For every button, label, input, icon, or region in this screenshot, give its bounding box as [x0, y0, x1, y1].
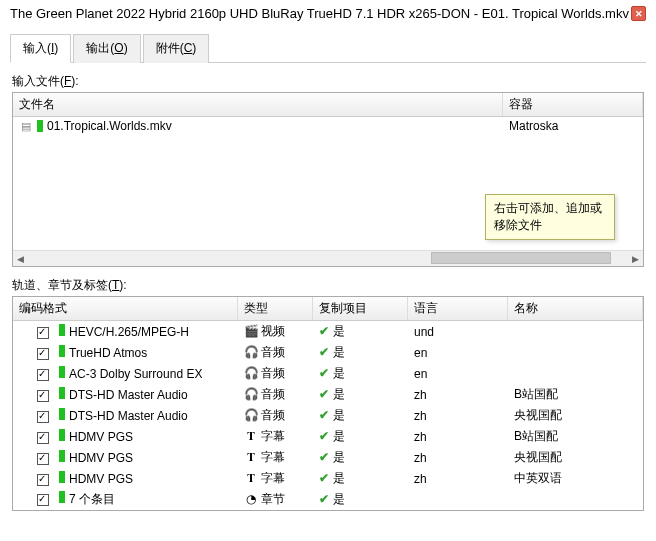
checkmark-icon: ✔: [319, 324, 329, 338]
track-copy: 是: [333, 492, 345, 506]
scroll-right-icon[interactable]: ▶: [628, 254, 643, 264]
h-scrollbar[interactable]: ◀ ▶: [13, 250, 643, 266]
track-type: 字幕: [261, 429, 285, 443]
track-codec: AC-3 Dolby Surround EX: [69, 367, 202, 381]
color-chip: [59, 450, 65, 462]
track-codec: HDMV PGS: [69, 472, 133, 486]
track-type: 音频: [261, 387, 285, 401]
track-lang: und: [414, 325, 434, 339]
color-chip: [59, 408, 65, 420]
track-lang: zh: [414, 409, 427, 423]
track-type: 章节: [261, 492, 285, 506]
tracks-label: 轨道、章节及标签(T):: [12, 277, 644, 294]
tab-input[interactable]: 输入(I): [10, 34, 71, 63]
track-row[interactable]: HDMV PGS𝐓字幕✔是zh央视国配: [13, 447, 643, 468]
col-name[interactable]: 名称: [508, 297, 643, 320]
checkmark-icon: ✔: [319, 429, 329, 443]
color-chip: [59, 324, 65, 336]
color-chip: [59, 387, 65, 399]
checkmark-icon: ✔: [319, 366, 329, 380]
track-codec: TrueHD Atmos: [69, 346, 147, 360]
track-type: 视频: [261, 324, 285, 338]
subtitle-icon: 𝐓: [244, 450, 258, 464]
input-files-label: 输入文件(F):: [12, 73, 644, 90]
track-copy: 是: [333, 324, 345, 338]
track-row[interactable]: HDMV PGS𝐓字幕✔是zhB站国配: [13, 426, 643, 447]
track-lang: en: [414, 367, 427, 381]
col-container[interactable]: 容器: [503, 93, 643, 116]
track-checkbox[interactable]: [37, 411, 49, 423]
track-copy: 是: [333, 387, 345, 401]
track-row[interactable]: HEVC/H.265/MPEG-H🎬视频✔是und: [13, 321, 643, 342]
file-container: Matroska: [509, 119, 637, 133]
titlebar: The Green Planet 2022 Hybrid 2160p UHD B…: [0, 0, 656, 25]
track-codec: 7 个条目: [69, 492, 115, 506]
audio-icon: 🎧: [244, 345, 258, 359]
close-icon[interactable]: ✕: [631, 6, 646, 21]
track-type: 音频: [261, 408, 285, 422]
track-type: 音频: [261, 366, 285, 380]
checkmark-icon: ✔: [319, 492, 329, 506]
audio-icon: 🎧: [244, 408, 258, 422]
track-copy: 是: [333, 450, 345, 464]
checkmark-icon: ✔: [319, 471, 329, 485]
col-codec[interactable]: 编码格式: [13, 297, 238, 320]
checkmark-icon: ✔: [319, 450, 329, 464]
color-chip: [59, 429, 65, 441]
track-checkbox[interactable]: [37, 474, 49, 486]
track-row[interactable]: DTS-HD Master Audio🎧音频✔是zhB站国配: [13, 384, 643, 405]
track-copy: 是: [333, 471, 345, 485]
col-lang[interactable]: 语言: [408, 297, 508, 320]
track-copy: 是: [333, 366, 345, 380]
track-codec: HDMV PGS: [69, 430, 133, 444]
track-type: 音频: [261, 345, 285, 359]
file-grid-header: 文件名 容器: [13, 93, 643, 117]
track-name: B站国配: [514, 429, 558, 443]
track-copy: 是: [333, 429, 345, 443]
col-type[interactable]: 类型: [238, 297, 313, 320]
track-checkbox[interactable]: [37, 369, 49, 381]
track-grid-header: 编码格式 类型 复制项目 语言 名称: [13, 297, 643, 321]
tracks-grid[interactable]: 编码格式 类型 复制项目 语言 名称 HEVC/H.265/MPEG-H🎬视频✔…: [12, 296, 644, 511]
track-checkbox[interactable]: [37, 494, 49, 506]
track-row[interactable]: 7 个条目◔章节✔是: [13, 489, 643, 510]
scroll-left-icon[interactable]: ◀: [13, 254, 28, 264]
checkmark-icon: ✔: [319, 387, 329, 401]
track-checkbox[interactable]: [37, 348, 49, 360]
audio-icon: 🎧: [244, 387, 258, 401]
subtitle-icon: 𝐓: [244, 429, 258, 443]
context-tooltip: 右击可添加、追加或移除文件: [485, 194, 615, 240]
track-codec: DTS-HD Master Audio: [69, 409, 188, 423]
track-name: 中英双语: [514, 471, 562, 485]
color-chip: [59, 366, 65, 378]
col-copy[interactable]: 复制项目: [313, 297, 408, 320]
track-checkbox[interactable]: [37, 390, 49, 402]
track-name: 央视国配: [514, 408, 562, 422]
track-lang: zh: [414, 388, 427, 402]
checkmark-icon: ✔: [319, 345, 329, 359]
color-chip: [59, 471, 65, 483]
col-filename[interactable]: 文件名: [13, 93, 503, 116]
subtitle-icon: 𝐓: [244, 471, 258, 485]
color-chip: [59, 491, 65, 503]
track-codec: HDMV PGS: [69, 451, 133, 465]
track-row[interactable]: HDMV PGS𝐓字幕✔是zh中英双语: [13, 468, 643, 489]
track-type: 字幕: [261, 450, 285, 464]
color-chip: [37, 120, 43, 132]
track-lang: en: [414, 346, 427, 360]
track-row[interactable]: TrueHD Atmos🎧音频✔是en: [13, 342, 643, 363]
track-checkbox[interactable]: [37, 453, 49, 465]
tab-attachments[interactable]: 附件(C): [143, 34, 210, 63]
input-files-grid[interactable]: 文件名 容器 ▤ 01.Tropical.Worlds.mkv Matroska…: [12, 92, 644, 267]
window-title: The Green Planet 2022 Hybrid 2160p UHD B…: [10, 6, 631, 21]
scroll-thumb[interactable]: [431, 252, 611, 264]
tab-output[interactable]: 输出(O): [73, 34, 140, 63]
track-checkbox[interactable]: [37, 432, 49, 444]
file-name: 01.Tropical.Worlds.mkv: [47, 119, 172, 133]
track-row[interactable]: AC-3 Dolby Surround EX🎧音频✔是en: [13, 363, 643, 384]
track-checkbox[interactable]: [37, 327, 49, 339]
track-lang: zh: [414, 472, 427, 486]
track-codec: HEVC/H.265/MPEG-H: [69, 325, 189, 339]
track-row[interactable]: DTS-HD Master Audio🎧音频✔是zh央视国配: [13, 405, 643, 426]
file-row[interactable]: ▤ 01.Tropical.Worlds.mkv Matroska: [13, 117, 643, 135]
